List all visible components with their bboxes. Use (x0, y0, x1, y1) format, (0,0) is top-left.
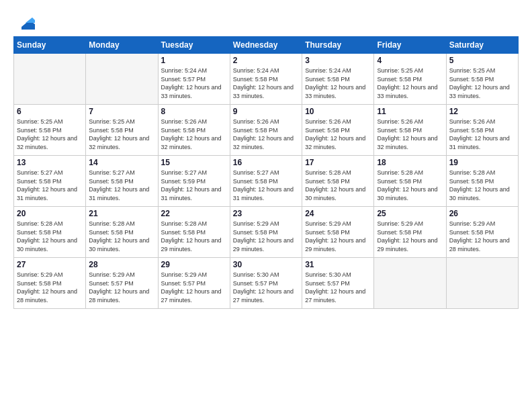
calendar-cell: 1Sunrise: 5:24 AMSunset: 5:57 PMDaylight… (158, 54, 230, 105)
day-detail: Sunrise: 5:26 AMSunset: 5:58 PMDaylight:… (233, 118, 299, 151)
calendar-cell: 2Sunrise: 5:24 AMSunset: 5:58 PMDaylight… (230, 54, 302, 105)
day-number: 3 (305, 56, 371, 65)
day-detail: Sunrise: 5:30 AMSunset: 5:57 PMDaylight:… (305, 271, 371, 304)
day-detail: Sunrise: 5:26 AMSunset: 5:58 PMDaylight:… (161, 118, 227, 151)
day-number: 15 (161, 158, 227, 167)
weekday-header-monday: Monday (86, 37, 158, 54)
day-detail: Sunrise: 5:28 AMSunset: 5:58 PMDaylight:… (17, 220, 83, 253)
day-number: 31 (305, 260, 371, 269)
calendar-cell: 26Sunrise: 5:29 AMSunset: 5:58 PMDayligh… (446, 207, 518, 258)
weekday-header-sunday: Sunday (14, 37, 86, 54)
weekday-header-wednesday: Wednesday (230, 37, 302, 54)
day-number: 26 (449, 209, 515, 218)
calendar-cell: 12Sunrise: 5:26 AMSunset: 5:58 PMDayligh… (446, 105, 518, 156)
day-number: 24 (305, 209, 371, 218)
week-row-1: 1Sunrise: 5:24 AMSunset: 5:57 PMDaylight… (14, 54, 519, 105)
day-detail: Sunrise: 5:28 AMSunset: 5:58 PMDaylight:… (89, 220, 154, 253)
day-detail: Sunrise: 5:30 AMSunset: 5:57 PMDaylight:… (233, 271, 299, 304)
day-detail: Sunrise: 5:28 AMSunset: 5:58 PMDaylight:… (161, 220, 227, 253)
day-number: 7 (89, 107, 154, 116)
week-row-3: 13Sunrise: 5:27 AMSunset: 5:58 PMDayligh… (14, 156, 519, 207)
day-number: 4 (377, 56, 443, 65)
day-number: 25 (377, 209, 443, 218)
calendar-cell (86, 54, 158, 105)
day-detail: Sunrise: 5:29 AMSunset: 5:57 PMDaylight:… (161, 271, 227, 304)
weekday-header-saturday: Saturday (446, 37, 518, 54)
calendar-cell: 25Sunrise: 5:29 AMSunset: 5:58 PMDayligh… (374, 207, 446, 258)
calendar-cell: 24Sunrise: 5:29 AMSunset: 5:58 PMDayligh… (302, 207, 374, 258)
day-number: 18 (377, 158, 443, 167)
week-row-5: 27Sunrise: 5:29 AMSunset: 5:58 PMDayligh… (14, 258, 519, 309)
day-detail: Sunrise: 5:25 AMSunset: 5:58 PMDaylight:… (449, 66, 515, 100)
calendar-table: SundayMondayTuesdayWednesdayThursdayFrid… (13, 36, 519, 309)
day-number: 27 (17, 260, 83, 269)
weekday-header-tuesday: Tuesday (158, 37, 230, 54)
day-number: 30 (233, 260, 299, 269)
day-number: 19 (449, 158, 515, 167)
calendar-cell: 20Sunrise: 5:28 AMSunset: 5:58 PMDayligh… (14, 207, 86, 258)
day-detail: Sunrise: 5:29 AMSunset: 5:58 PMDaylight:… (377, 220, 443, 253)
day-number: 11 (377, 107, 443, 116)
day-number: 9 (233, 107, 299, 116)
calendar-cell: 13Sunrise: 5:27 AMSunset: 5:58 PMDayligh… (14, 156, 86, 207)
calendar-cell: 19Sunrise: 5:28 AMSunset: 5:58 PMDayligh… (446, 156, 518, 207)
calendar-cell: 8Sunrise: 5:26 AMSunset: 5:58 PMDaylight… (158, 105, 230, 156)
weekday-header-thursday: Thursday (302, 37, 374, 54)
day-detail: Sunrise: 5:27 AMSunset: 5:58 PMDaylight:… (89, 169, 154, 202)
calendar-cell: 31Sunrise: 5:30 AMSunset: 5:57 PMDayligh… (302, 258, 374, 309)
calendar-cell: 5Sunrise: 5:25 AMSunset: 5:58 PMDaylight… (446, 54, 518, 105)
svg-marker-1 (26, 17, 35, 23)
day-detail: Sunrise: 5:29 AMSunset: 5:58 PMDaylight:… (17, 271, 83, 304)
day-number: 16 (233, 158, 299, 167)
calendar-cell: 6Sunrise: 5:25 AMSunset: 5:58 PMDaylight… (14, 105, 86, 156)
calendar-cell: 28Sunrise: 5:29 AMSunset: 5:57 PMDayligh… (86, 258, 158, 309)
calendar-cell: 3Sunrise: 5:24 AMSunset: 5:58 PMDaylight… (302, 54, 374, 105)
calendar-cell: 14Sunrise: 5:27 AMSunset: 5:58 PMDayligh… (86, 156, 158, 207)
calendar-cell: 9Sunrise: 5:26 AMSunset: 5:58 PMDaylight… (230, 105, 302, 156)
day-detail: Sunrise: 5:27 AMSunset: 5:58 PMDaylight:… (17, 169, 83, 202)
day-detail: Sunrise: 5:25 AMSunset: 5:58 PMDaylight:… (17, 118, 83, 151)
calendar-cell: 10Sunrise: 5:26 AMSunset: 5:58 PMDayligh… (302, 105, 374, 156)
calendar-cell (446, 258, 518, 309)
calendar-cell: 15Sunrise: 5:27 AMSunset: 5:59 PMDayligh… (158, 156, 230, 207)
day-detail: Sunrise: 5:29 AMSunset: 5:58 PMDaylight:… (449, 220, 515, 253)
day-detail: Sunrise: 5:29 AMSunset: 5:58 PMDaylight:… (233, 220, 299, 253)
calendar-cell: 27Sunrise: 5:29 AMSunset: 5:58 PMDayligh… (14, 258, 86, 309)
calendar-cell: 4Sunrise: 5:25 AMSunset: 5:58 PMDaylight… (374, 54, 446, 105)
day-number: 23 (233, 209, 299, 218)
week-row-4: 20Sunrise: 5:28 AMSunset: 5:58 PMDayligh… (14, 207, 519, 258)
day-detail: Sunrise: 5:27 AMSunset: 5:58 PMDaylight:… (233, 169, 299, 202)
day-number: 12 (449, 107, 515, 116)
day-number: 20 (17, 209, 83, 218)
weekday-header-friday: Friday (374, 37, 446, 54)
day-detail: Sunrise: 5:28 AMSunset: 5:58 PMDaylight:… (449, 169, 515, 202)
day-number: 10 (305, 107, 371, 116)
calendar-cell: 29Sunrise: 5:29 AMSunset: 5:57 PMDayligh… (158, 258, 230, 309)
calendar-cell: 11Sunrise: 5:26 AMSunset: 5:58 PMDayligh… (374, 105, 446, 156)
day-detail: Sunrise: 5:28 AMSunset: 5:58 PMDaylight:… (377, 169, 443, 202)
day-detail: Sunrise: 5:25 AMSunset: 5:58 PMDaylight:… (377, 66, 443, 100)
day-number: 17 (305, 158, 371, 167)
calendar-cell (14, 54, 86, 105)
calendar-cell: 22Sunrise: 5:28 AMSunset: 5:58 PMDayligh… (158, 207, 230, 258)
day-number: 6 (17, 107, 83, 116)
page: SundayMondayTuesdayWednesdayThursdayFrid… (0, 0, 532, 411)
logo (13, 11, 35, 30)
calendar-cell (374, 258, 446, 309)
day-number: 14 (89, 158, 154, 167)
day-number: 2 (233, 56, 299, 65)
day-detail: Sunrise: 5:26 AMSunset: 5:58 PMDaylight:… (377, 118, 443, 151)
day-number: 21 (89, 209, 154, 218)
day-number: 13 (17, 158, 83, 167)
day-detail: Sunrise: 5:29 AMSunset: 5:58 PMDaylight:… (305, 220, 371, 253)
day-detail: Sunrise: 5:28 AMSunset: 5:58 PMDaylight:… (305, 169, 371, 202)
day-detail: Sunrise: 5:24 AMSunset: 5:57 PMDaylight:… (161, 66, 227, 100)
calendar-cell: 21Sunrise: 5:28 AMSunset: 5:58 PMDayligh… (86, 207, 158, 258)
calendar-cell: 7Sunrise: 5:25 AMSunset: 5:58 PMDaylight… (86, 105, 158, 156)
day-number: 29 (161, 260, 227, 269)
day-detail: Sunrise: 5:27 AMSunset: 5:59 PMDaylight:… (161, 169, 227, 202)
day-detail: Sunrise: 5:24 AMSunset: 5:58 PMDaylight:… (305, 66, 371, 100)
week-row-2: 6Sunrise: 5:25 AMSunset: 5:58 PMDaylight… (14, 105, 519, 156)
day-number: 28 (89, 260, 154, 269)
calendar-cell: 18Sunrise: 5:28 AMSunset: 5:58 PMDayligh… (374, 156, 446, 207)
